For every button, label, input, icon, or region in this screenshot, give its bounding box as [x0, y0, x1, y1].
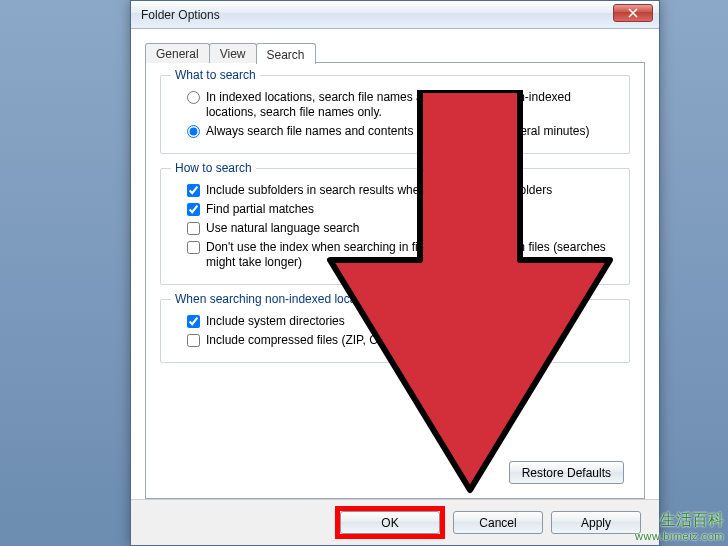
label-partial-matches: Find partial matches	[206, 202, 617, 217]
titlebar: Folder Options	[131, 1, 659, 29]
label-always-search: Always search file names and contents (t…	[206, 124, 617, 139]
folder-options-window: Folder Options General View Search What …	[130, 0, 660, 546]
group-title-how: How to search	[171, 161, 256, 175]
group-how-to-search: How to search Include subfolders in sear…	[160, 168, 630, 285]
window-title: Folder Options	[131, 8, 220, 22]
label-include-subfolders: Include subfolders in search results whe…	[206, 183, 617, 198]
check-compressed-files[interactable]	[187, 334, 200, 347]
group-nonindexed: When searching non-indexed locations Inc…	[160, 299, 630, 363]
radio-indexed-locations[interactable]	[187, 91, 200, 104]
dialog-button-row: OK Cancel Apply	[131, 499, 659, 545]
restore-defaults-button[interactable]: Restore Defaults	[509, 461, 624, 484]
group-title-what: What to search	[171, 68, 260, 82]
tab-search[interactable]: Search	[256, 43, 316, 64]
close-icon	[628, 8, 638, 18]
check-natural-language[interactable]	[187, 222, 200, 235]
radio-always-search[interactable]	[187, 125, 200, 138]
tab-general[interactable]: General	[145, 43, 210, 63]
watermark-line1: 生活百科	[660, 511, 724, 528]
check-partial-matches[interactable]	[187, 203, 200, 216]
apply-button[interactable]: Apply	[551, 511, 641, 534]
close-button[interactable]	[613, 4, 653, 22]
label-natural-language: Use natural language search	[206, 221, 617, 236]
label-indexed-locations: In indexed locations, search file names …	[206, 90, 617, 120]
tab-panel-search: What to search In indexed locations, sea…	[145, 62, 645, 499]
label-system-directories: Include system directories	[206, 314, 617, 329]
watermark: 生活百科 www.bimeiz.com	[635, 512, 724, 544]
check-dont-use-index[interactable]	[187, 241, 200, 254]
label-compressed-files: Include compressed files (ZIP, CAB...)	[206, 333, 617, 348]
check-system-directories[interactable]	[187, 315, 200, 328]
watermark-line2: www.bimeiz.com	[635, 528, 724, 544]
tabstrip: General View Search	[145, 39, 645, 63]
cancel-button[interactable]: Cancel	[453, 511, 543, 534]
check-include-subfolders[interactable]	[187, 184, 200, 197]
group-what-to-search: What to search In indexed locations, sea…	[160, 75, 630, 154]
tab-view[interactable]: View	[209, 43, 257, 63]
label-dont-use-index: Don't use the index when searching in fi…	[206, 240, 617, 270]
ok-highlight-box: OK	[335, 506, 445, 539]
group-title-nonindexed: When searching non-indexed locations	[171, 292, 386, 306]
ok-button[interactable]: OK	[340, 511, 440, 534]
